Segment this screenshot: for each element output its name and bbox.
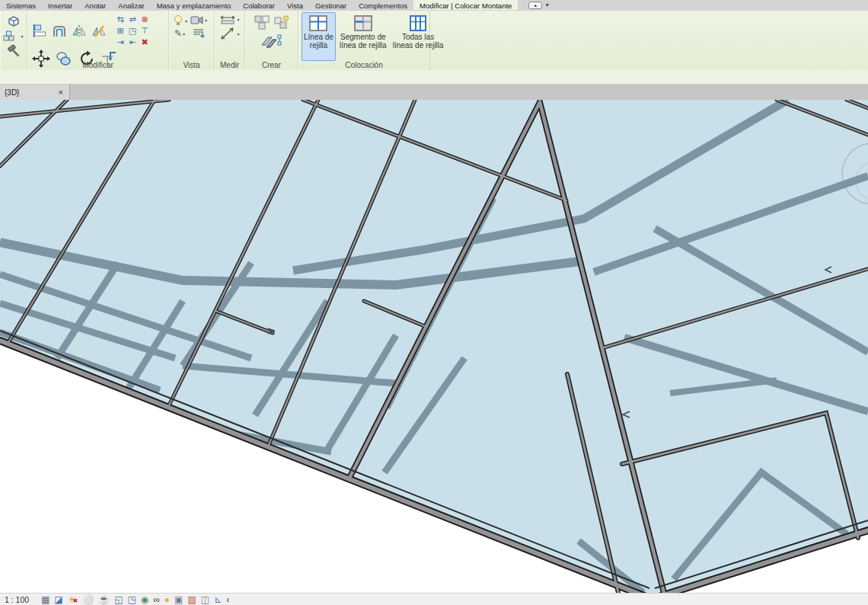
tab-sistemas[interactable]: Sistemas [0,0,42,10]
offset-button[interactable] [52,24,67,38]
view-visibility-button[interactable]: ▾ [172,14,187,27]
grid-line-segment-button[interactable]: Segmento de línea de rejilla [337,12,389,61]
visual-style-icon[interactable]: ◪ [54,594,62,605]
all-grid-lines-button[interactable]: Todas las líneas de rejilla [391,12,446,61]
tab-complementos[interactable]: Complementos [353,0,413,10]
grid-line-label-2: rejilla [310,41,327,50]
group-cubes-icon [254,14,270,30]
pin-icon[interactable]: ⊤ [139,25,151,37]
lightbulb-icon [172,14,184,27]
trim-extend-single-icon[interactable]: ⇥ [114,37,126,48]
ribbon-empty-area [430,11,868,70]
reveal-constraints-icon[interactable]: ⊾ [214,594,222,605]
view-tab-label: {3D} [5,88,57,97]
panel-modificar: ⇆ ⇌ ⊗ ⊞ ◳ ⊤ ⇥ ⇤ ✖ [27,11,169,70]
show-analytical-model-icon[interactable]: ▨ [187,594,196,605]
panel-colocacion: Línea de rejilla Segmento de línea de re… [298,11,430,70]
tab-gestionar[interactable]: Gestionar [309,0,353,10]
thin-lines-button[interactable] [192,27,206,39]
tab-vista[interactable]: Vista [281,0,309,10]
dropdown-caret-icon: ▾ [183,31,185,37]
view-scale-button[interactable]: 1 : 100 [5,595,37,604]
measure-angular-icon [219,26,236,41]
all-grid-lines-label-2: líneas de rejilla [393,41,444,50]
ribbon-minimize-button[interactable]: ▲ [528,2,542,9]
box-3d-icon [7,14,21,28]
options-bar [0,70,868,85]
grid-line-button[interactable]: Línea de rejilla [302,12,336,61]
detail-level-icon[interactable]: ▦ [41,594,49,605]
tab-insertar[interactable]: Insertar [42,0,78,10]
paste-geometry-icon[interactable] [7,14,21,28]
graphics-override-button[interactable]: ✎▾ [174,28,185,39]
view-lock-icon[interactable]: ◉ [141,594,148,605]
ribbon-tab-bar: Sistemas Insertar Anotar Analizar Masa y… [0,0,868,11]
measure-along-element-button[interactable]: ▾ [219,26,239,41]
scale-icon[interactable]: ◳ [126,25,139,37]
crop-region-icon[interactable]: ◳ [127,594,136,605]
reveal-hidden-elements-icon[interactable]: ● [164,594,170,605]
grid-line-icon [308,14,328,33]
create-assembly-button[interactable] [273,14,290,30]
panel-label-crear: Crear [245,61,298,70]
measure-between-references-button[interactable]: ▾ [219,14,239,24]
view-control-bar: 1 : 100 ▦ ◪ ☀ ✖ ⚪ ☕ ◱ ◳ ◉ ∞ ● ▣ ▨ ◫ ⊾ ‹ [0,593,868,605]
unpin-icon[interactable]: ⊗ [139,14,151,25]
camera-icon [190,14,204,25]
grid-line-label-1: Línea de [304,33,333,41]
array-icon[interactable]: ⊞ [114,25,126,37]
ribbon-minimize-caret[interactable]: ▼ [544,2,550,8]
panel-label-medir: Medir [215,61,244,70]
panel-geometria: ▾ [0,11,27,70]
panel-crear: Crear [245,11,298,70]
ribbon: ▾ [0,11,868,70]
create-group-button[interactable] [254,14,270,30]
mirror-pick-axis-icon [72,24,87,38]
measure-linear-icon [219,14,236,24]
default-3d-view-button[interactable]: ▾ [190,14,207,25]
view-tab-close-icon[interactable]: × [57,88,65,97]
view-tab-3d[interactable]: {3D} × [0,85,70,100]
sun-path-off-icon: ✖ [72,596,78,605]
panel-label-vista: Vista [169,61,214,70]
panel-label-colocacion: Colocación [298,61,429,70]
ribbon-collapse-control: ▲ ▼ [528,0,550,10]
shadows-icon[interactable]: ⚪ [82,594,94,605]
offset-icon [52,24,67,38]
view-tab-bar: {3D} × [0,85,868,100]
tab-modificar-colocar-montante[interactable]: Modificar | Colocar Montante [413,0,518,10]
temporary-view-properties-icon[interactable]: ▣ [174,594,183,605]
grid-line-segment-label-1: Segmento de [340,33,386,41]
thin-lines-icon [192,27,206,39]
tab-masa-y-emplazamiento[interactable]: Masa y emplazamiento [151,0,238,10]
distribute-horizontal-icon[interactable]: ⇆ [114,14,126,25]
align-button[interactable] [32,24,47,38]
distribute-spacing-icon[interactable]: ⇌ [126,14,139,25]
drawing-area[interactable] [0,100,868,593]
tab-anotar[interactable]: Anotar [78,0,112,10]
trim-extend-multiple-icon[interactable]: ⇤ [126,37,139,48]
tab-analizar[interactable]: Analizar [112,0,150,10]
join-geometry-icon[interactable]: ▾ [3,30,23,42]
panel-label-modificar: Modificar [27,61,168,70]
dropdown-caret-icon: ▾ [205,18,207,23]
glass-roof-3d-view[interactable] [0,100,868,593]
temporary-hide-isolate-icon[interactable]: ∞ [153,594,160,605]
dropdown-caret-icon: ▾ [237,17,239,22]
delete-icon[interactable]: ✖ [139,37,151,48]
collapse-chevron-icon[interactable]: ‹ [226,594,229,605]
mirror-draw-axis-button[interactable] [91,24,107,38]
create-similar-button[interactable] [260,33,283,50]
dropdown-caret-icon: ▾ [237,31,239,37]
crop-view-icon[interactable]: ◱ [114,594,123,605]
align-icon [32,24,47,38]
tab-colaborar[interactable]: Colaborar [237,0,281,10]
grid-line-segment-label-2: línea de rejilla [340,41,387,50]
show-rendering-dialog-icon[interactable]: ☕ [98,594,110,605]
displacement-sets-icon[interactable]: ◫ [201,594,209,605]
pencil-icon: ✎ [174,28,182,39]
panel-medir: ▾ ▾ Medir [215,11,245,70]
mirror-pick-axis-button[interactable] [72,24,87,38]
demolish-hammer-icon[interactable] [7,44,21,58]
create-similar-icon [260,33,283,50]
